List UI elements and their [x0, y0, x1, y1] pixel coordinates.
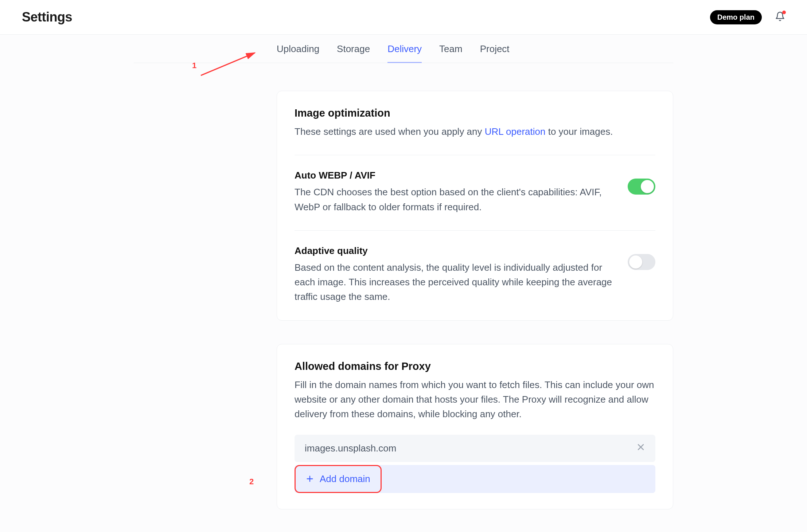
adaptive-quality-toggle[interactable] [628, 254, 655, 270]
image-optimization-title: Image optimization [295, 107, 655, 119]
url-operation-link[interactable]: URL operation [485, 126, 546, 137]
proxy-domain-row: images.unsplash.com [295, 435, 655, 462]
image-optimization-desc: These settings are used when you apply a… [295, 124, 655, 139]
page-title: Settings [22, 9, 72, 25]
annotation-marker-1: 1 [192, 61, 196, 70]
auto-webp-title: Auto WEBP / AVIF [295, 170, 613, 181]
adaptive-quality-desc: Based on the content analysis, the quali… [295, 260, 613, 304]
notifications-button[interactable] [775, 11, 785, 23]
proxy-domain-value: images.unsplash.com [305, 443, 396, 454]
page-header: Settings Demo plan [0, 0, 807, 35]
plan-badge[interactable]: Demo plan [710, 10, 762, 24]
divider [295, 155, 655, 155]
svg-line-0 [201, 53, 255, 75]
add-domain-label: Add domain [320, 473, 370, 485]
tab-delivery[interactable]: Delivery [387, 43, 422, 63]
auto-webp-desc: The CDN chooses the best option based on… [295, 185, 613, 214]
adaptive-quality-setting: Adaptive quality Based on the content an… [295, 245, 655, 304]
add-domain-button[interactable]: Add domain [295, 465, 382, 493]
settings-tabs: Uploading Storage Delivery Team Project … [134, 35, 673, 63]
notification-dot-icon [782, 11, 786, 14]
divider [295, 230, 655, 231]
image-optimization-card: Image optimization These settings are us… [277, 91, 673, 321]
annotation-marker-2: 2 [249, 477, 254, 486]
auto-webp-setting: Auto WEBP / AVIF The CDN chooses the bes… [295, 170, 655, 214]
auto-webp-toggle[interactable] [628, 179, 655, 195]
proxy-domains-title: Allowed domains for Proxy [295, 360, 655, 372]
tab-project[interactable]: Project [480, 43, 510, 63]
tab-team[interactable]: Team [439, 43, 463, 63]
add-domain-row: Add domain [295, 465, 655, 493]
close-icon [636, 443, 645, 451]
annotation-arrow-icon [198, 50, 264, 79]
remove-domain-button[interactable] [636, 443, 645, 454]
adaptive-quality-title: Adaptive quality [295, 245, 613, 257]
proxy-domains-desc: Fill in the domain names from which you … [295, 378, 655, 422]
proxy-domains-card: Allowed domains for Proxy Fill in the do… [277, 344, 673, 509]
tab-storage[interactable]: Storage [337, 43, 370, 63]
plus-icon [306, 475, 314, 483]
tab-uploading[interactable]: Uploading [277, 43, 319, 63]
